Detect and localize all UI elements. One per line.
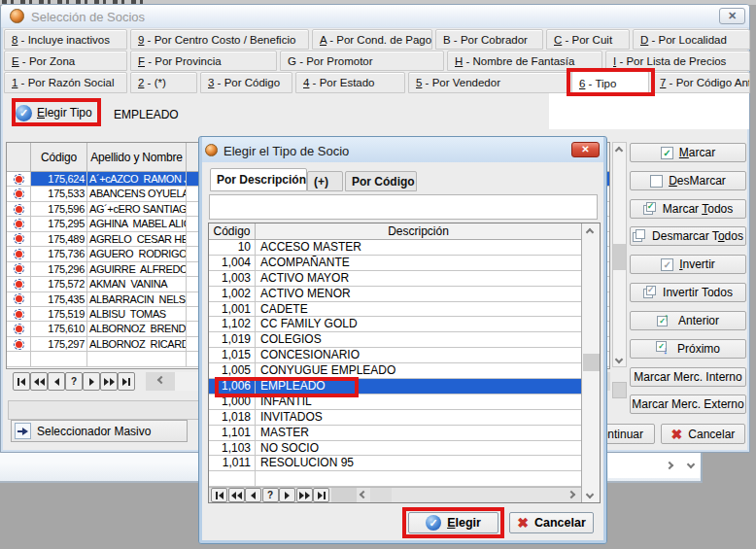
socio-name: ALBORNOZ RICARDO RO — [87, 337, 187, 351]
close-icon[interactable]: ✕ — [719, 8, 745, 24]
dialog-tab-por-descripci-n[interactable]: Por Descripción — [210, 168, 307, 191]
scroll-left-icon[interactable] — [157, 376, 165, 384]
codigo-column-header: Código — [209, 223, 256, 239]
red-x-icon: ✖ — [517, 516, 529, 530]
scroll-up-icon[interactable] — [615, 147, 623, 154]
tipo-row[interactable]: 1,011RESOLUCION 95 — [209, 456, 581, 471]
nav-prior-page-icon[interactable] — [30, 372, 48, 391]
tab-c-por-cuit[interactable]: C - Por Cuit — [546, 29, 630, 50]
tab-a-por-cond-de-pago[interactable]: A - Por Cond. de Pago — [312, 29, 432, 50]
tipo-row[interactable]: 1,103NO SOCIO — [209, 441, 581, 457]
cancelar-button[interactable]: ✖ Cancelar — [661, 424, 745, 444]
tipo-code: 1,102 — [209, 317, 256, 331]
nav-help-icon[interactable]: ? — [65, 372, 83, 391]
dialog-tab-por-c-digo[interactable]: Por Código — [345, 171, 417, 191]
tab-4-por-estado[interactable]: 4 - Por Estado — [295, 72, 405, 93]
tab-9-por-centro-costo-beneficio[interactable]: 9 - Por Centro Costo / Beneficio — [130, 29, 309, 50]
scroll-down-icon[interactable] — [687, 461, 695, 468]
tipo-code: 1,004 — [209, 256, 256, 270]
tab-7-por-c-digo-anterior[interactable]: 7 - Por Código Anterior — [652, 72, 750, 93]
tipo-row[interactable]: 1,001CADETE — [209, 302, 581, 318]
tipo-row[interactable]: 1,019COLEGIOS — [209, 332, 581, 348]
tipo-grid-vscrollbar[interactable] — [581, 223, 600, 502]
record-marker-icon — [7, 277, 31, 291]
tab-2-[interactable]: 2 - (*) — [130, 72, 197, 93]
pr-ximo-button[interactable]: ✓↓Próximo — [630, 339, 746, 359]
tab-f-por-provincia[interactable]: F - Por Provincia — [130, 51, 277, 71]
tab-page-panel — [549, 93, 749, 129]
scroll-right-icon[interactable] — [666, 462, 673, 469]
scroll-left-icon[interactable] — [360, 491, 367, 498]
socio-name: ALBISU TOMAS — [87, 307, 187, 321]
nav-last-icon[interactable] — [313, 488, 329, 502]
dialog-tab--[interactable]: (+) — [307, 171, 343, 191]
tipo-row[interactable]: 1,102CC FAMILY GOLD — [209, 317, 581, 332]
nav-prior-page-icon[interactable] — [228, 488, 245, 502]
tipo-row[interactable]: 10ACCESO MASTER — [209, 240, 581, 256]
marcar-merc-externo-button[interactable]: Marcar Merc. Externo — [630, 395, 746, 414]
nav-prior-icon[interactable] — [245, 488, 261, 502]
socio-name: AGUIRRE ALFREDO — [87, 262, 187, 276]
tipo-row[interactable]: 1,018INVITADOS — [209, 410, 581, 426]
socio-name: AG´+cERO SANTIAGO MED — [87, 202, 187, 216]
record-marker-icon — [7, 337, 31, 351]
vscroll-thumb[interactable] — [583, 354, 600, 371]
tab-e-por-zona[interactable]: E - Por Zona — [4, 51, 127, 71]
tab-1-por-raz-n-social[interactable]: 1 - Por Razón Social — [4, 72, 127, 93]
nav-first-icon[interactable] — [13, 372, 30, 391]
marcar-button[interactable]: ✓Marcar — [630, 143, 746, 162]
tipo-desc: CONYUGUE EMPLEADO — [256, 363, 581, 378]
anterior-button[interactable]: ✓↑Anterior — [630, 311, 746, 330]
nav-next-page-icon[interactable] — [296, 488, 313, 502]
tab-b-por-cobrador[interactable]: B - Por Cobrador — [435, 29, 543, 50]
nav-prior-icon[interactable] — [48, 372, 65, 391]
nav-next-page-icon[interactable] — [100, 372, 118, 391]
nav-last-icon[interactable] — [118, 372, 135, 391]
nav-next-icon[interactable] — [279, 488, 295, 502]
tipo-code — [209, 471, 256, 486]
tab-3-por-c-digo[interactable]: 3 - Por Código — [200, 72, 292, 93]
desmarcar-button[interactable]: DesMarcar — [630, 171, 746, 190]
scroll-down-icon[interactable] — [615, 356, 623, 363]
invertir-todos-button[interactable]: ✓Invertir Todos — [630, 283, 746, 302]
socios-vscrollbar[interactable] — [612, 142, 627, 367]
tab-g-por-promotor[interactable]: G - Por Promotor — [280, 51, 444, 71]
tab-5-por-vendedor[interactable]: 5 - Por Vendedor — [408, 72, 568, 93]
tab-d-por-localidad[interactable]: D - Por Localidad — [633, 29, 750, 50]
tipo-row[interactable] — [209, 471, 581, 487]
annotation-box-elegir-button — [402, 507, 504, 538]
selected-type-value: EMPLEADO — [114, 108, 179, 121]
tipo-desc: ACCESO MASTER — [256, 240, 581, 255]
tipo-row[interactable]: 1,101MASTER — [209, 426, 581, 441]
tipo-row[interactable]: 1,015CONCESIONARIO — [209, 348, 581, 363]
tipo-row[interactable]: 1,002ACTIVO MENOR — [209, 287, 581, 302]
nav-first-icon[interactable] — [211, 488, 227, 502]
checkbox-checked-icon: ✓ — [661, 147, 673, 159]
hscroll-thumb[interactable] — [370, 488, 392, 502]
socio-code: 175,624 — [31, 172, 87, 186]
dialog-close-icon[interactable]: ✕ — [571, 142, 600, 157]
nav-help-icon[interactable]: ? — [262, 488, 279, 502]
scroll-corner — [612, 382, 627, 398]
tipo-row[interactable]: 1,003ACTIVO MAYOR — [209, 271, 581, 287]
tipo-row[interactable]: 1,004ACOMPAÑANTE — [209, 256, 581, 271]
nav-next-icon[interactable] — [83, 372, 100, 391]
tipo-code: 1,001 — [209, 302, 256, 317]
desmarcar-todos-button[interactable]: Desmarcar Todos — [630, 226, 746, 246]
nombre-column-header: Apellido y Nombre — [87, 143, 187, 171]
tipo-desc — [256, 471, 581, 486]
vscroll-thumb[interactable] — [613, 244, 626, 270]
scroll-down-icon[interactable] — [586, 491, 594, 498]
seleccionador-masivo-button[interactable]: Seleccionador Masivo — [11, 420, 188, 442]
marcar-merc-interno-button[interactable]: Marcar Merc. Interno — [630, 367, 746, 387]
invertir-button[interactable]: ✓Invertir — [630, 255, 746, 274]
scroll-right-icon[interactable] — [567, 491, 575, 498]
dialog-cancelar-button[interactable]: ✖ Cancelar — [509, 512, 594, 533]
annotation-box-tab-tipo — [567, 68, 655, 96]
dialog-search-input[interactable] — [209, 194, 598, 220]
tab-8-incluye-inactivos[interactable]: 8 - Incluye inactivos — [4, 29, 127, 50]
tipo-desc: NO SOCIO — [256, 441, 581, 456]
scroll-up-icon[interactable] — [586, 228, 594, 236]
pages-graycheck-icon: ✓ — [643, 286, 657, 299]
marcar-todos-button[interactable]: ✓Marcar Todos — [630, 199, 746, 219]
